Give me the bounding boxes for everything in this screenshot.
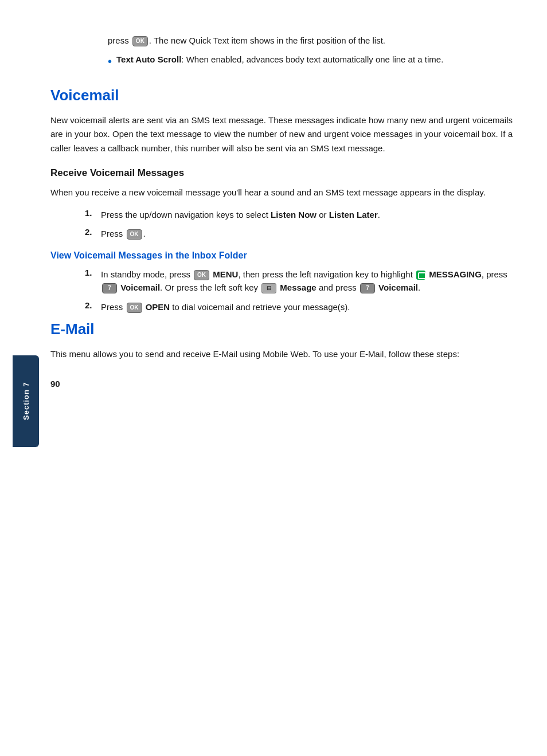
section-tab: Section 7 [13, 355, 39, 447]
bullet-item-text-auto-scroll: • Text Auto Scroll: When enabled, advanc… [108, 53, 513, 69]
receive-steps-list: 1. Press the up/down navigation keys to … [50, 208, 513, 241]
receive-step-2-num: 2. [85, 227, 101, 237]
ok-btn-open: OK [127, 303, 142, 313]
sidebar: Section 7 [0, 0, 39, 756]
seven-btn-2: 7 [360, 283, 375, 293]
voicemail-body: New voicemail alerts are sent via an SMS… [50, 113, 513, 156]
seven-btn-1: 7 [102, 283, 117, 293]
view-step-1-text: In standby mode, press OK MENU, then pre… [101, 268, 513, 295]
view-voicemail-title: View Voicemail Messages in the Inbox Fol… [50, 250, 513, 261]
page-wrapper: Section 7 press OK. The new Quick Text i… [0, 0, 547, 756]
receive-step-2: 2. Press OK. [85, 227, 513, 240]
view-step-1-num: 1. [85, 268, 101, 277]
voicemail-title: Voicemail [50, 87, 513, 104]
main-content: press OK. The new Quick Text item shows … [39, 0, 547, 756]
view-step-1: 1. In standby mode, press OK MENU, then … [85, 268, 513, 295]
bullet-label: Text Auto Scroll [116, 54, 181, 64]
view-step-2-text: Press OK OPEN to dial voicemail and retr… [101, 300, 350, 314]
receive-step-1-num: 1. [85, 208, 101, 218]
page-number: 90 [50, 379, 513, 389]
ok-button-icon: OK [132, 36, 148, 46]
receive-step-1: 1. Press the up/down navigation keys to … [85, 208, 513, 221]
email-title: E-Mail [50, 320, 513, 338]
view-step-2-num: 2. [85, 300, 101, 310]
intro-press-text: press OK. The new Quick Text item shows … [108, 34, 513, 48]
receive-voicemail-title: Receive Voicemail Messages [50, 167, 513, 179]
softkey-btn: ⊟ [261, 283, 276, 293]
ok-btn-step2: OK [127, 229, 142, 240]
ok-btn-standby: OK [194, 270, 209, 280]
intro-block: press OK. The new Quick Text item shows … [50, 34, 513, 69]
receive-voicemail-body: When you receive a new voicemail message… [50, 186, 513, 200]
receive-step-2-text: Press OK. [101, 227, 146, 240]
email-body: This menu allows you to send and receive… [50, 347, 513, 362]
view-step-2: 2. Press OK OPEN to dial voicemail and r… [85, 300, 513, 314]
messaging-icon [416, 271, 425, 280]
receive-step-1-text: Press the up/down navigation keys to sel… [101, 208, 380, 221]
bullet-text-auto-scroll: Text Auto Scroll: When enabled, advances… [116, 53, 443, 66]
view-steps-list: 1. In standby mode, press OK MENU, then … [50, 268, 513, 314]
section-tab-label: Section 7 [22, 382, 30, 421]
bullet-dot: • [108, 53, 112, 69]
